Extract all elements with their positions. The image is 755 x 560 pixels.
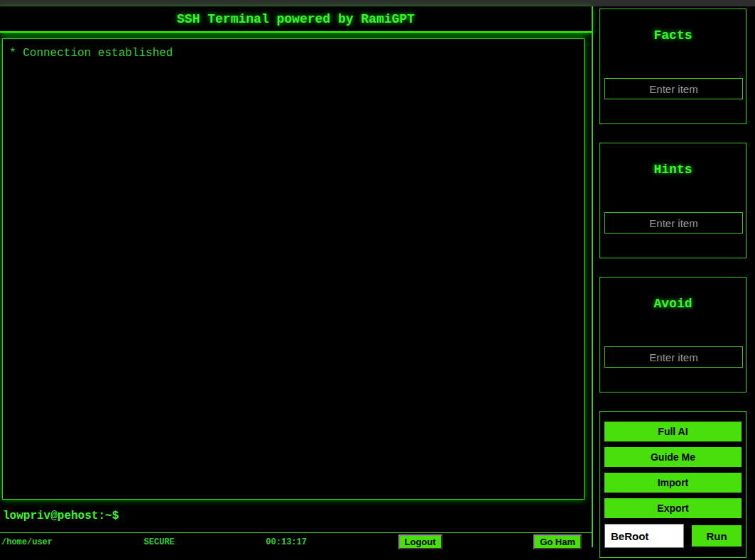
- header-bar: SSH Terminal powered by RamiGPT: [0, 6, 592, 33]
- sidebar: Facts Hints Avoid Full AI Guide Me Impor…: [592, 6, 755, 560]
- terminal-prompt: lowpriv@pehost:~$: [3, 510, 119, 522]
- terminal-output-line: * Connection established: [9, 45, 577, 61]
- terminal-prompt-row: lowpriv@pehost:~$: [0, 500, 592, 532]
- panel-facts: Facts: [599, 9, 746, 124]
- full-ai-button[interactable]: Full AI: [604, 422, 742, 441]
- terminal-command-input[interactable]: [124, 510, 592, 522]
- logout-button[interactable]: Logout: [398, 534, 442, 549]
- guide-me-button[interactable]: Guide Me: [604, 447, 742, 467]
- main-column: SSH Terminal powered by RamiGPT * Connec…: [0, 6, 592, 560]
- panel-avoid-title: Avoid: [600, 297, 746, 311]
- panel-hints-title: Hints: [600, 163, 746, 177]
- hints-input[interactable]: [604, 212, 743, 234]
- facts-input[interactable]: [604, 78, 743, 99]
- avoid-input[interactable]: [604, 346, 743, 368]
- actions-panel: Full AI Guide Me Import Export Run: [599, 411, 746, 558]
- app-root: SSH Terminal powered by RamiGPT * Connec…: [0, 6, 755, 560]
- window-top-strip: [0, 0, 755, 6]
- panel-hints: Hints: [599, 143, 746, 258]
- app-title: SSH Terminal powered by RamiGPT: [177, 12, 415, 26]
- panel-avoid: Avoid: [599, 277, 746, 392]
- import-button[interactable]: Import: [604, 473, 742, 493]
- status-bar: /home/user SECURE 00:13:17 Logout Go Ham: [0, 532, 592, 555]
- status-clock: 00:13:17: [266, 537, 307, 547]
- status-secure-badge: SECURE: [144, 537, 175, 547]
- go-ham-button[interactable]: Go Ham: [533, 534, 582, 549]
- status-path: /home/user: [1, 537, 53, 547]
- run-row: Run: [604, 524, 742, 548]
- terminal-output: * Connection established: [2, 38, 585, 500]
- main-sidebar-divider: [592, 6, 593, 547]
- export-button[interactable]: Export: [604, 498, 742, 518]
- panel-facts-title: Facts: [600, 28, 746, 43]
- run-button[interactable]: Run: [692, 525, 742, 547]
- script-name-input[interactable]: [604, 524, 684, 548]
